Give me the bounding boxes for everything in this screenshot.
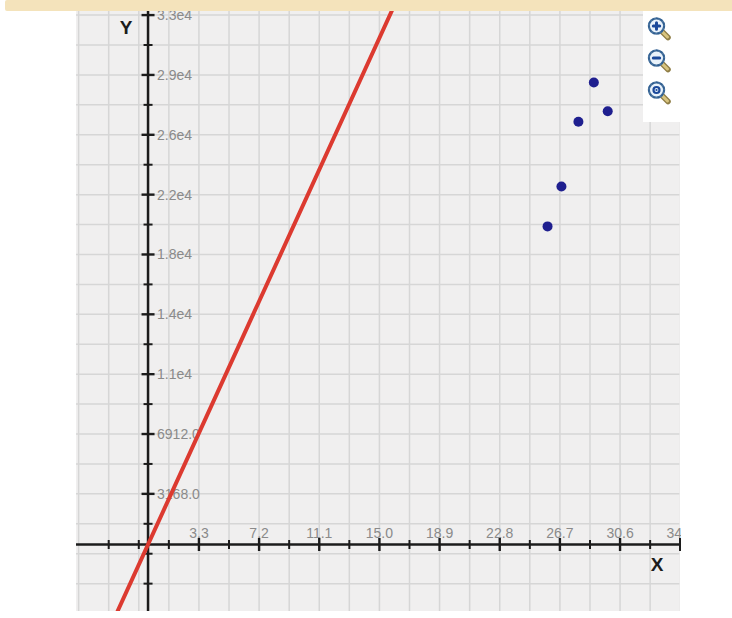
data-point	[573, 117, 583, 127]
zoom-reset-button[interactable]	[646, 80, 672, 106]
y-tick-label: 2.2e4	[157, 187, 192, 203]
x-tick-label: 30.6	[606, 525, 633, 541]
x-axis-title: X	[651, 554, 664, 575]
y-tick-label: 1.1e4	[157, 366, 192, 382]
y-tick-label: 2.6e4	[157, 127, 192, 143]
zoom-out-button[interactable]	[646, 48, 672, 74]
data-point	[556, 181, 566, 191]
x-tick-label: 11.1	[306, 525, 332, 541]
y-tick-label: 6912.0	[157, 426, 200, 442]
y-tick-label: 1.8e4	[157, 246, 192, 262]
plot-window: 3.37.211.115.018.922.826.730.634.53.3e42…	[0, 0, 732, 618]
y-tick-label: 3168.0	[157, 486, 200, 502]
x-tick-label: 18.9	[426, 525, 453, 541]
x-tick-label: 15.0	[366, 525, 393, 541]
x-tick-label: 22.8	[486, 525, 513, 541]
data-point	[603, 106, 613, 116]
x-tick-label: 26.7	[546, 525, 573, 541]
top-accent-bar	[5, 0, 732, 11]
x-tick-label: 7.2	[249, 525, 269, 541]
zoom-in-button[interactable]	[646, 16, 672, 42]
x-tick-label: 3.3	[189, 525, 209, 541]
x-tick-label: 34.5	[667, 525, 694, 541]
zoom-in-icon	[646, 16, 672, 42]
zoom-reset-icon	[646, 80, 672, 106]
y-axis-title: Y	[120, 17, 133, 38]
y-tick-label: 1.4e4	[157, 306, 192, 322]
zoom-out-icon	[646, 48, 672, 74]
plot-canvas[interactable]: 3.37.211.115.018.922.826.730.634.53.3e42…	[0, 0, 732, 618]
zoom-toolbar	[643, 11, 732, 122]
data-point	[543, 221, 553, 231]
data-point	[589, 78, 599, 88]
y-tick-label: 2.9e4	[157, 67, 192, 83]
